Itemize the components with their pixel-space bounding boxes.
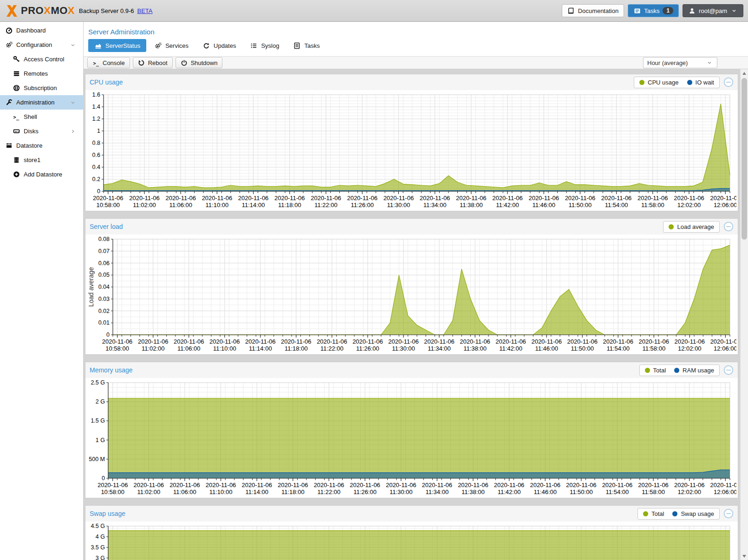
svg-text:2020-11-06: 2020-11-06	[601, 195, 632, 202]
legend-item-total[interactable]: Total	[645, 367, 666, 374]
svg-text:2020-11-06: 2020-11-06	[565, 195, 596, 202]
svg-text:0.07: 0.07	[98, 248, 110, 254]
svg-text:12:02:00: 12:02:00	[677, 488, 701, 495]
chevron-right-icon[interactable]	[69, 128, 77, 135]
svg-text:11:46:00: 11:46:00	[533, 488, 557, 495]
beta-link[interactable]: BETA	[137, 7, 153, 14]
dashboard-icon	[5, 27, 13, 34]
chart-legend[interactable]: CPU usageIO wait	[634, 77, 720, 88]
collapse-panel-icon[interactable]	[723, 221, 734, 232]
tab-updates[interactable]: Updates	[196, 39, 242, 52]
svg-text:11:34:00: 11:34:00	[428, 345, 451, 352]
sidebar-item-label: Disks	[24, 128, 39, 135]
tab-label: Tasks	[304, 42, 319, 49]
gears-icon	[154, 42, 162, 49]
svg-text:11:10:00: 11:10:00	[206, 202, 229, 208]
tasks-button[interactable]: Tasks 1	[628, 4, 679, 17]
chart-legend[interactable]: Load average	[663, 221, 720, 233]
sidebar-item-remotes[interactable]: Remotes	[0, 66, 83, 81]
shutdown-button[interactable]: Shutdown	[176, 57, 223, 68]
svg-text:11:54:00: 11:54:00	[605, 202, 628, 208]
svg-text:2 G: 2 G	[96, 398, 105, 405]
svg-text:2020-11-06: 2020-11-06	[278, 482, 308, 488]
svg-text:2020-11-06: 2020-11-06	[424, 338, 455, 345]
legend-dot-icon	[674, 368, 679, 373]
legend-dot-icon	[645, 368, 650, 373]
svg-text:Load average: Load average	[87, 267, 95, 307]
panel-title: Swap usage	[90, 510, 125, 517]
collapse-panel-icon[interactable]	[723, 508, 734, 519]
panel-title: Memory usage	[90, 366, 133, 374]
legend-item-load-average[interactable]: Load average	[669, 223, 714, 230]
svg-text:2020-11-06: 2020-11-06	[422, 482, 453, 488]
panel-title: Server load	[90, 223, 123, 230]
scroll-up-arrow[interactable]	[741, 69, 748, 77]
proxmox-logo[interactable]: PROXMOX	[5, 5, 79, 17]
collapse-panel-icon[interactable]	[723, 77, 734, 87]
svg-text:11:26:00: 11:26:00	[351, 202, 374, 208]
chevron-down-icon[interactable]	[69, 41, 77, 49]
svg-text:11:54:00: 11:54:00	[606, 345, 630, 352]
svg-text:11:50:00: 11:50:00	[569, 202, 592, 208]
sidebar-item-administration[interactable]: Administration	[0, 95, 83, 110]
svg-text:11:42:00: 11:42:00	[498, 488, 521, 495]
user-menu-button[interactable]: root@pam	[683, 4, 743, 17]
panel-header: Swap usageTotalSwap usage	[85, 506, 738, 521]
legend-item-swap-usage[interactable]: Swap usage	[672, 510, 714, 517]
documentation-button[interactable]: Documentation	[562, 4, 624, 17]
sidebar-item-shell[interactable]: >_Shell	[0, 110, 83, 124]
sidebar-item-label: Dashboard	[16, 27, 46, 34]
sidebar-item-dashboard[interactable]: Dashboard	[0, 23, 83, 38]
reboot-button[interactable]: Reboot	[133, 57, 173, 68]
chevron-down-icon[interactable]	[69, 99, 77, 106]
time-range-select[interactable]: Hour (average)	[643, 57, 717, 68]
scrollbar-thumb[interactable]	[741, 78, 747, 240]
svg-text:11:02:00: 11:02:00	[142, 345, 165, 352]
svg-text:0.02: 0.02	[98, 308, 110, 314]
vertical-scrollbar[interactable]	[740, 69, 748, 560]
legend-item-io-wait[interactable]: IO wait	[687, 79, 714, 86]
app-subtitle: Backup Server 0.9-6	[79, 7, 134, 14]
svg-text:2020-11-06: 2020-11-06	[347, 195, 377, 202]
sidebar-item-add-datastore[interactable]: Add Datastore	[0, 167, 83, 182]
chart-legend[interactable]: TotalSwap usage	[637, 508, 720, 520]
syslog-icon	[250, 42, 257, 49]
tab-serverstatus[interactable]: ServerStatus	[88, 39, 146, 52]
console-button[interactable]: >_Console	[87, 57, 130, 68]
chart-legend[interactable]: TotalRAM usage	[639, 365, 720, 376]
scroll-down-arrow[interactable]	[741, 552, 748, 560]
svg-text:10:58:00: 10:58:00	[96, 202, 120, 208]
legend-dot-icon	[639, 80, 644, 85]
tab-syslog[interactable]: Syslog	[244, 39, 285, 52]
legend-item-cpu-usage[interactable]: CPU usage	[639, 79, 678, 86]
svg-text:2020-11-06: 2020-11-06	[674, 482, 705, 488]
svg-text:11:02:00: 11:02:00	[133, 202, 156, 208]
svg-text:2020-11-06: 2020-11-06	[281, 338, 312, 345]
sidebar-item-subscription[interactable]: Subscription	[0, 81, 83, 95]
toolbar-button-label: Shutdown	[191, 59, 218, 66]
tab-tasks[interactable]: Tasks	[287, 39, 325, 52]
page-title: Server Administration	[84, 22, 748, 39]
power-icon	[181, 59, 188, 66]
svg-text:11:58:00: 11:58:00	[641, 202, 664, 208]
legend-item-ram-usage[interactable]: RAM usage	[674, 367, 714, 374]
sidebar-item-store1[interactable]: store1	[0, 153, 83, 167]
collapse-panel-icon[interactable]	[723, 365, 734, 375]
tab-label: ServerStatus	[105, 42, 140, 49]
sidebar-item-label: Administration	[16, 99, 54, 106]
sidebar-item-configuration[interactable]: Configuration	[0, 38, 83, 52]
wrench-icon	[5, 99, 13, 106]
sidebar-item-disks[interactable]: Disks	[0, 124, 83, 138]
tab-services[interactable]: Services	[148, 39, 195, 52]
svg-text:11:34:00: 11:34:00	[423, 202, 447, 208]
sidebar-item-access-control[interactable]: Access Control	[0, 52, 83, 66]
disk-icon	[13, 128, 20, 135]
panel-server-load: Server loadLoad average00.010.020.030.04…	[85, 218, 738, 355]
sidebar-item-datastore[interactable]: Datastore	[0, 138, 83, 153]
legend-item-total[interactable]: Total	[643, 510, 664, 517]
svg-text:11:06:00: 11:06:00	[169, 202, 192, 208]
app-header: PROXMOX Backup Server 0.9-6 BETA Documen…	[0, 0, 748, 22]
legend-dot-icon	[687, 80, 692, 85]
svg-text:2020-11-06: 2020-11-06	[317, 338, 347, 345]
svg-text:10:58:00: 10:58:00	[105, 345, 129, 352]
